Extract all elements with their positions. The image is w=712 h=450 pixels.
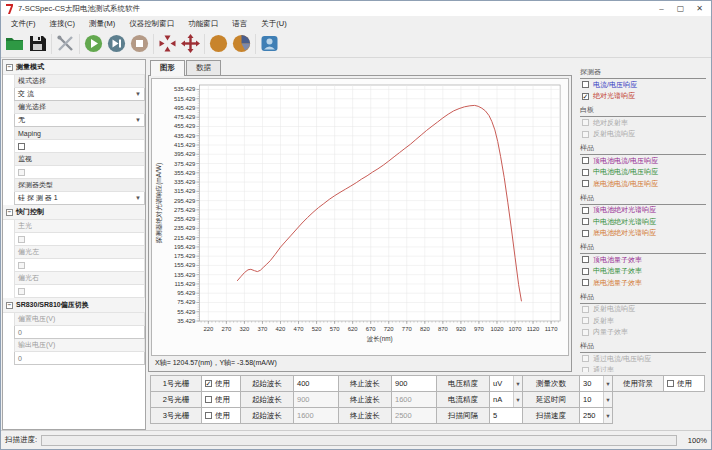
property-dropdown[interactable]: 硅 探 测 器 1▼ [14,192,145,205]
menu-item-3[interactable]: 仪器控制窗口 [123,18,180,30]
section-header-2[interactable]: −SR830/SR810偏压切换 [3,298,145,313]
property-checkbox[interactable] [18,262,25,269]
chevron-down-icon: ▼ [135,195,141,201]
use-background-use-label: 使用 [677,379,692,389]
menu-item-6[interactable]: 关于(U) [255,18,292,30]
curve-checkbox[interactable] [582,218,589,225]
param1-value[interactable]: 5 [489,407,523,424]
filled-circle-button[interactable] [207,33,230,56]
use-checkbox-cell[interactable]: 使用 [201,391,241,408]
section-title: SR830/SR810偏压切换 [16,300,89,310]
use-background-checkbox-cell[interactable]: 使用 [663,375,705,392]
minimize-button[interactable]: – [652,2,671,15]
group-header-3: 样品 [580,192,706,205]
use-checkbox[interactable] [205,396,212,403]
chevron-down-icon[interactable]: ▼ [603,376,612,391]
y-tick-label: 135.429 [174,272,196,278]
curve-checkbox[interactable] [582,279,589,286]
property-checkbox-row [14,259,145,272]
property-checkbox[interactable] [18,169,25,176]
curve-checkbox[interactable] [582,169,589,176]
param2-value[interactable]: 30▼ [579,375,613,392]
property-label: 模式选择 [14,75,145,88]
start-button[interactable] [82,33,105,56]
property-dropdown[interactable]: 交 流▼ [14,88,145,101]
user-button[interactable] [258,33,281,56]
curve-checkbox[interactable] [582,119,589,126]
step-icon [107,34,126,55]
param1-value[interactable]: uV▼ [489,375,523,392]
end-wavelength-input[interactable]: 900 [391,375,437,392]
start-wavelength-input[interactable]: 900 [293,391,339,408]
section-header-0[interactable]: −测量模式 [3,60,145,75]
pie-chart-button[interactable] [230,33,253,56]
curve-checkbox[interactable] [582,329,589,336]
menu-item-5[interactable]: 语言 [226,18,253,30]
curve-checkbox[interactable] [582,131,589,138]
arrows-center-button[interactable] [156,33,179,56]
curve-checkbox[interactable] [582,230,589,237]
use-checkbox-cell[interactable]: 使用 [201,407,241,424]
save-button[interactable] [26,33,49,56]
section-header-1[interactable]: −快门控制 [3,205,145,220]
curve-checkbox[interactable] [582,207,589,214]
y-tick-label: 35.429 [177,318,196,324]
curve-checkbox[interactable] [582,306,589,313]
menu-item-0[interactable]: 文件(F) [5,18,42,30]
param2-value[interactable]: 10▼ [579,391,613,408]
collapse-icon[interactable]: − [6,302,13,309]
start-wavelength-input[interactable]: 400 [293,375,339,392]
property-input[interactable]: 0 [14,326,145,339]
y-tick-label: 535.429 [174,86,196,92]
chevron-down-icon[interactable]: ▼ [513,392,522,407]
curve-label: 顶电池绝对光谱响应 [593,205,656,215]
y-tick-label: 115.429 [174,281,196,287]
curve-checkbox[interactable] [582,256,589,263]
property-checkbox[interactable] [18,143,25,150]
use-checkbox-cell[interactable]: ✓使用 [201,375,241,392]
curve-checkbox[interactable] [582,355,589,362]
curve-checkbox[interactable] [582,268,589,275]
curve-checkbox[interactable]: ✓ [582,93,589,100]
arrows-move-button[interactable] [179,33,202,56]
open-folder-button[interactable] [3,33,26,56]
param1-value[interactable]: nA▼ [489,391,523,408]
group-header-2: 样品 [580,142,706,155]
use-checkbox[interactable] [205,412,212,419]
menu-item-4[interactable]: 功能窗口 [182,18,224,30]
menu-item-1[interactable]: 连接(C) [44,18,81,30]
chevron-down-icon[interactable]: ▼ [603,408,612,423]
menu-item-2[interactable]: 测量(M) [83,18,121,30]
tools-button[interactable] [54,33,77,56]
param2-value[interactable]: 250▼ [579,407,613,424]
use-checkbox[interactable]: ✓ [205,380,212,387]
close-button[interactable]: ✕ [690,2,709,15]
tab-graph[interactable]: 图形 [150,60,185,76]
property-label: 监视 [14,153,145,166]
step-button[interactable] [105,33,128,56]
maximize-button[interactable]: ▢ [671,2,690,15]
end-wavelength-input[interactable]: 2500 [391,407,437,424]
collapse-icon[interactable]: − [6,64,13,71]
property-checkbox[interactable] [18,288,25,295]
curve-option: 底电池电流/电压响应 [580,178,706,190]
curve-checkbox[interactable] [582,180,589,187]
chevron-down-icon[interactable]: ▼ [603,392,612,407]
property-input[interactable]: 0 [14,352,145,365]
save-icon [28,34,47,55]
spectral-response-chart[interactable]: 35.42955.42975.42995.429115.429135.42915… [152,79,568,355]
start-wavelength-input[interactable]: 1600 [293,407,339,424]
chevron-down-icon[interactable]: ▼ [513,376,522,391]
tab-data[interactable]: 数据 [186,60,221,75]
curve-checkbox[interactable] [582,81,589,88]
curve-checkbox[interactable] [582,317,589,324]
x-tick-label: 970 [474,326,485,332]
use-background-checkbox[interactable] [667,380,674,387]
stop-button[interactable] [128,33,151,56]
curve-checkbox[interactable] [582,157,589,164]
property-checkbox[interactable] [18,236,25,243]
property-dropdown[interactable]: 无▼ [14,114,145,127]
collapse-icon[interactable]: − [6,209,13,216]
group-header-4: 样品 [580,241,706,254]
end-wavelength-input[interactable]: 1600 [391,391,437,408]
